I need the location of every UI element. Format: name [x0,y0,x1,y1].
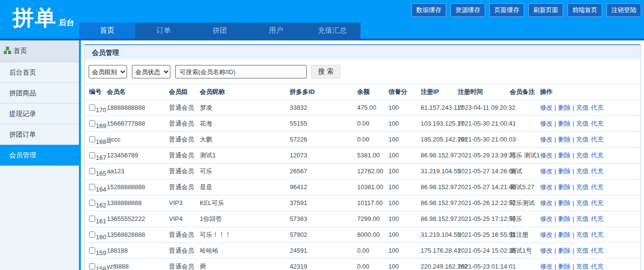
member-balance: 0.00 [357,243,388,258]
member-reg-time: 2021-05-30 21:00:41 [458,116,510,131]
sidebar-header-home[interactable]: 首页 [0,40,79,62]
member-pdd-id: 96412 [290,179,357,195]
member-pdd-id: 12073 [290,147,357,163]
row-checkbox[interactable] [89,231,95,238]
member-nickname: 测试1 [200,147,290,163]
row-actions: 修改|删除|充值代充 [540,211,640,227]
proxy-recharge-link[interactable]: 代充 [591,104,604,111]
tab-users[interactable]: 用户 [248,23,304,39]
recharge-link[interactable]: 充值 [576,263,589,270]
recharge-link[interactable]: 充值 [576,247,589,254]
delete-link[interactable]: 删除 [558,104,570,111]
recharge-link[interactable]: 充值 [576,231,589,238]
search-input[interactable] [175,65,307,78]
sidebar-item-withdraw-log[interactable]: 提现记录 [0,103,79,124]
member-reg-time: 2021-05-29 13:39:25 [458,147,510,163]
recharge-link[interactable]: 充值 [576,199,589,206]
refresh-page-button[interactable]: 刷新页面 [528,3,563,17]
edit-link[interactable]: 修改 [540,215,553,222]
sidebar-item-group-orders[interactable]: 拼团订单 [0,124,79,145]
proxy-recharge-link[interactable]: 代充 [591,183,604,191]
table-row: 165 aa123 普通会员 可乐 26567 12762.00 100 31.… [85,163,640,179]
member-username: 123456789 [107,147,169,163]
member-group-select[interactable]: 会员组别 [89,65,127,78]
delete-link[interactable]: 删除 [558,215,570,222]
search-button[interactable]: 搜 索 [311,65,340,78]
delete-link[interactable]: 删除 [558,263,570,270]
recharge-link[interactable]: 充值 [576,215,589,222]
delete-link[interactable]: 删除 [558,247,570,254]
delete-link[interactable]: 删除 [558,152,570,159]
delete-link[interactable]: 删除 [558,136,570,143]
row-checkbox[interactable] [89,200,95,206]
row-checkbox[interactable] [89,120,95,127]
delete-link[interactable]: 删除 [558,231,570,238]
edit-link[interactable]: 修改 [540,231,553,238]
delete-link[interactable]: 删除 [558,167,570,175]
edit-link[interactable]: 修改 [540,199,553,206]
tab-home[interactable]: 首页 [79,23,135,39]
proxy-recharge-link[interactable]: 代充 [591,120,604,127]
row-checkbox[interactable] [89,136,95,142]
edit-link[interactable]: 修改 [540,120,553,127]
proxy-recharge-link[interactable]: 代充 [591,136,604,143]
sidebar-item-group-products[interactable]: 拼团商品 [0,83,79,103]
delete-link[interactable]: 删除 [558,183,570,191]
row-checkbox[interactable] [89,168,95,174]
edit-link[interactable]: 修改 [540,152,553,159]
tab-orders[interactable]: 订单 [135,23,192,39]
main-nav: 首页 订单 拼团 用户 充值汇总 [79,23,361,39]
member-reg-time: 2021-05-24 15:02:35 [458,243,510,258]
member-nickname: 可乐！！！ [200,227,290,243]
recharge-link[interactable]: 充值 [576,167,589,175]
member-status-select[interactable]: 会员状态 [132,65,170,78]
table-row: 160 13568828888 普通会员 可乐！！！ 57902 6000.00… [85,227,640,243]
col-remark: 会员备注 [510,84,540,100]
member-group: 普通会员 [169,116,200,131]
edit-link[interactable]: 修改 [540,167,553,175]
member-group: 普通会员 [169,131,200,147]
edit-link[interactable]: 修改 [540,104,553,111]
sidebar-item-backend-home[interactable]: 后台首页 [0,62,79,83]
proxy-recharge-link[interactable]: 代充 [591,152,604,159]
edit-link[interactable]: 修改 [540,183,553,191]
proxy-recharge-link[interactable]: 代充 [591,215,604,222]
data-cache-button[interactable]: 数据缓存 [412,3,446,17]
proxy-recharge-link[interactable]: 代充 [591,263,604,270]
logo-sub: 后台 [59,18,74,26]
member-reg-ip: 103.193.125.17 [421,116,458,131]
sidebar-item-member-mgmt[interactable]: 会员管理 [0,145,79,166]
recharge-link[interactable]: 充值 [576,136,589,143]
member-username: 1388888888 [107,195,169,211]
row-checkbox[interactable] [89,184,95,190]
edit-link[interactable]: 修改 [540,247,553,254]
row-checkbox[interactable] [89,104,95,111]
proxy-recharge-link[interactable]: 代充 [591,247,604,254]
recharge-link[interactable]: 充值 [576,183,589,191]
tab-recharge-summary[interactable]: 充值汇总 [304,23,361,39]
row-checkbox[interactable] [89,247,95,254]
resource-cache-button[interactable]: 资源缓存 [451,3,485,17]
logout-button[interactable]: 注销登陆 [606,3,641,17]
member-group: 普通会员 [169,163,200,179]
proxy-recharge-link[interactable]: 代充 [591,231,604,238]
delete-link[interactable]: 删除 [558,120,570,127]
edit-link[interactable]: 修改 [540,263,553,270]
action-separator: | [554,263,556,270]
member-id: 170 [96,106,106,114]
recharge-link[interactable]: 充值 [576,104,589,111]
row-actions: 修改|删除|充值代充 [540,195,640,211]
proxy-recharge-link[interactable]: 代充 [591,167,604,175]
row-checkbox[interactable] [89,152,95,158]
edit-link[interactable]: 修改 [540,136,553,143]
recharge-link[interactable]: 充值 [576,120,589,127]
proxy-recharge-link[interactable]: 代充 [591,199,604,206]
recharge-link[interactable]: 充值 [576,152,589,159]
frontend-home-button[interactable]: 前端首页 [567,3,602,17]
action-separator: | [572,247,574,254]
row-checkbox[interactable] [89,263,95,270]
delete-link[interactable]: 删除 [558,199,570,206]
tab-group-buy[interactable]: 拼团 [192,23,248,39]
row-checkbox[interactable] [89,216,95,222]
page-cache-button[interactable]: 页面缓存 [489,3,524,17]
